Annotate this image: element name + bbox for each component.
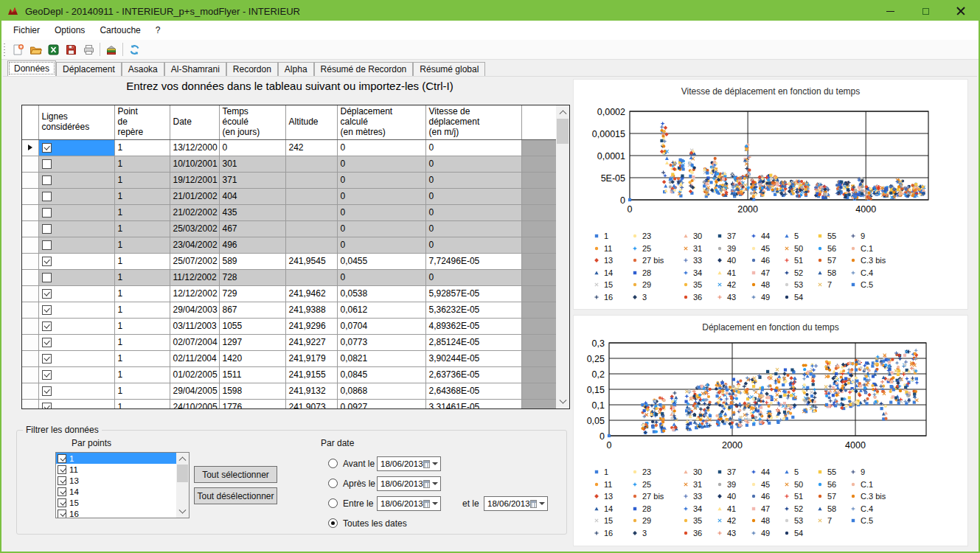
cell-altitude[interactable]: 241,9462 <box>285 285 337 302</box>
cell-vitesse[interactable]: 3,90244E-05 <box>425 350 521 366</box>
row-header[interactable] <box>22 318 38 334</box>
column-header[interactable]: Date <box>170 105 219 139</box>
radio-avant-le[interactable] <box>328 459 338 468</box>
row-header[interactable] <box>22 334 38 350</box>
cell-vitesse[interactable]: 3,31461E-05 <box>425 399 521 408</box>
cell-temps[interactable]: 467 <box>219 220 285 237</box>
cell-temps[interactable]: 435 <box>219 204 285 220</box>
cell-point[interactable]: 1 <box>114 253 170 269</box>
row-header[interactable] <box>22 172 38 188</box>
row-checkbox-cell[interactable] <box>38 318 114 334</box>
close-button[interactable] <box>943 1 979 21</box>
row-checkbox-cell[interactable] <box>38 285 114 302</box>
cell-vitesse[interactable]: 0 <box>425 269 521 285</box>
column-header[interactable]: Altitude <box>285 105 337 139</box>
tab-recordon[interactable]: Recordon <box>226 62 278 76</box>
cell-temps[interactable]: 496 <box>219 237 285 253</box>
row-checkbox-cell[interactable] <box>38 253 114 269</box>
item-checkbox[interactable] <box>58 454 66 463</box>
cell-temps[interactable]: 728 <box>219 269 285 285</box>
cell-temps[interactable]: 867 <box>219 302 285 318</box>
print-button[interactable] <box>80 41 97 58</box>
cell-altitude[interactable]: 241,9388 <box>285 302 337 318</box>
row-checkbox-cell[interactable] <box>38 172 114 188</box>
row-checkbox-cell[interactable] <box>38 139 114 156</box>
cell-date[interactable]: 11/12/2002 <box>170 269 219 285</box>
cell-point[interactable]: 1 <box>114 220 170 237</box>
column-header[interactable]: Point de repère <box>114 105 170 139</box>
cell-altitude[interactable]: 241,9296 <box>285 318 337 334</box>
listbox-scrollbar[interactable] <box>176 453 189 518</box>
item-checkbox[interactable] <box>58 465 66 474</box>
scroll-down-icon[interactable] <box>556 396 569 408</box>
cell-date[interactable]: 23/04/2002 <box>170 237 219 253</box>
cell-temps[interactable]: 1420 <box>219 350 285 366</box>
row-checkbox[interactable] <box>42 370 52 380</box>
cell-date[interactable]: 29/04/2003 <box>170 302 219 318</box>
cell-point[interactable]: 1 <box>114 204 170 220</box>
cell-altitude[interactable]: 241,9545 <box>285 253 337 269</box>
cell-temps[interactable]: 404 <box>219 188 285 204</box>
row-checkbox-cell[interactable] <box>38 334 114 350</box>
cell-vitesse[interactable]: 0 <box>425 139 521 156</box>
cell-point[interactable]: 1 <box>114 350 170 366</box>
listbox-item-15[interactable]: 15 <box>56 497 189 508</box>
tab-r-sum-global[interactable]: Résumé global <box>413 62 485 76</box>
radio-entre-le[interactable] <box>328 498 338 508</box>
row-checkbox-cell[interactable] <box>38 350 114 366</box>
row-checkbox-cell[interactable] <box>38 220 114 237</box>
cell-vitesse[interactable]: 5,92857E-05 <box>425 285 521 302</box>
cell-vitesse[interactable]: 2,63736E-05 <box>425 366 521 383</box>
cell-deplacement[interactable]: 0 <box>337 188 425 204</box>
cell-vitesse[interactable]: 2,64368E-05 <box>425 383 521 399</box>
column-header[interactable]: Déplacement calculé (en mètres) <box>337 105 425 139</box>
cell-temps[interactable]: 1055 <box>219 318 285 334</box>
row-checkbox[interactable] <box>42 143 52 153</box>
cartouche-layers-button[interactable] <box>102 41 120 58</box>
row-checkbox-cell[interactable] <box>38 188 114 204</box>
item-checkbox[interactable] <box>58 509 66 518</box>
scrollbar-thumb[interactable] <box>557 119 569 144</box>
cell-temps[interactable]: 589 <box>219 253 285 269</box>
cell-point[interactable]: 1 <box>114 188 170 204</box>
listbox-item-13[interactable]: 13 <box>56 475 189 486</box>
tab-al-shamrani[interactable]: Al-Shamrani <box>164 62 226 76</box>
cell-altitude[interactable]: 241,9179 <box>285 350 337 366</box>
cell-date[interactable]: 02/07/2004 <box>170 334 219 350</box>
cell-date[interactable]: 13/12/2000 <box>170 139 219 156</box>
deselect-all-button[interactable]: Tout désélectionner <box>194 487 277 504</box>
cell-point[interactable]: 1 <box>114 139 170 156</box>
cell-deplacement[interactable]: 0,0821 <box>337 350 425 366</box>
cell-point[interactable]: 1 <box>114 285 170 302</box>
listbox-item-16[interactable]: 16 <box>56 508 189 518</box>
cell-deplacement[interactable]: 0 <box>337 204 425 220</box>
points-listbox[interactable]: 11113141516 <box>55 452 190 518</box>
cell-temps[interactable]: 1297 <box>219 334 285 350</box>
cell-deplacement[interactable]: 0 <box>337 139 425 156</box>
cell-date[interactable]: 01/02/2005 <box>170 366 219 383</box>
row-checkbox-cell[interactable] <box>38 237 114 253</box>
column-header[interactable]: Temps écoulé (en jours) <box>219 105 285 139</box>
cell-date[interactable]: 21/01/2002 <box>170 188 219 204</box>
row-header[interactable] <box>22 237 38 253</box>
cell-point[interactable]: 1 <box>114 172 170 188</box>
cell-altitude[interactable] <box>285 204 337 220</box>
item-checkbox[interactable] <box>58 498 66 507</box>
cell-vitesse[interactable]: 0 <box>425 156 521 172</box>
cell-temps[interactable]: 301 <box>219 156 285 172</box>
row-header[interactable] <box>22 139 38 156</box>
cell-altitude[interactable]: 241,9073 <box>285 399 337 408</box>
cell-date[interactable]: 29/04/2005 <box>170 383 219 399</box>
row-header[interactable] <box>22 220 38 237</box>
cell-deplacement[interactable]: 0,0704 <box>337 318 425 334</box>
row-checkbox-cell[interactable] <box>38 366 114 383</box>
cell-date[interactable]: 12/12/2002 <box>170 285 219 302</box>
cell-date[interactable]: 24/10/2005 <box>170 399 219 408</box>
row-checkbox-cell[interactable] <box>38 383 114 399</box>
scroll-up-icon[interactable] <box>176 453 189 464</box>
select-all-button[interactable]: Tout sélectionner <box>194 466 277 483</box>
cell-altitude[interactable]: 241,9132 <box>285 383 337 399</box>
scroll-down-icon[interactable] <box>176 507 189 518</box>
cell-date[interactable]: 25/03/2002 <box>170 220 219 237</box>
cell-vitesse[interactable]: 0 <box>425 220 521 237</box>
